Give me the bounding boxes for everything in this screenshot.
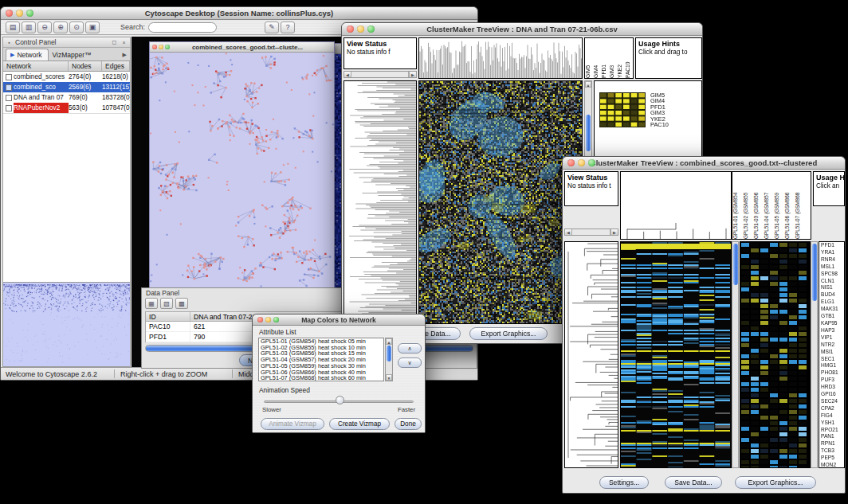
frame-close-button[interactable] [152, 45, 157, 49]
minimize-button[interactable] [265, 317, 271, 322]
experiment-column-label[interactable]: GPL51-07 (GSM868 [795, 172, 805, 239]
tab-network[interactable]: ▶ Network [6, 49, 49, 61]
gene-label[interactable]: CLN1 [819, 278, 844, 285]
gene-label[interactable]: PAN1 [819, 433, 844, 440]
float-panel-icon[interactable]: ◻ [111, 39, 118, 45]
combined-column-dendrogram[interactable] [620, 171, 732, 240]
gene-label[interactable]: FIG4 [819, 412, 844, 420]
experiment-column-label[interactable]: GPL51-01 (GSM854 [732, 172, 743, 239]
minimize-button[interactable] [578, 159, 585, 166]
attribute-database-icon[interactable]: ▩ [175, 298, 188, 309]
dna-heatmap[interactable] [418, 80, 583, 324]
zoom-selected-icon[interactable]: ▣ [85, 21, 100, 33]
gene-label[interactable]: SEC24 [819, 398, 844, 405]
dna-column-label[interactable]: GIM3 [609, 38, 617, 78]
prefoldin-correlation-matrix[interactable] [599, 92, 646, 127]
tab-overflow-icon[interactable]: ▶ [123, 52, 127, 61]
gene-label[interactable]: SEC1 [819, 356, 844, 363]
move-attribute-down-button[interactable]: ∨ [398, 357, 422, 368]
dna-mini-hscrollbar[interactable]: ◀▶ [344, 71, 417, 78]
frame-minimize-button[interactable] [159, 45, 163, 49]
gene-label[interactable]: YSH1 [819, 420, 844, 427]
experiment-column-label[interactable]: GPL51-06 (GSM866 [784, 172, 795, 239]
experiment-column-label[interactable]: GPL51-04 (GSM857 [764, 172, 774, 239]
dna-column-label[interactable]: PAC10 [625, 38, 633, 78]
experiment-column-label[interactable]: GPL51-05 (GSM859 [774, 172, 784, 239]
combined-action-button[interactable]: Save Data... [665, 476, 722, 489]
gene-label[interactable]: MSI1 [819, 349, 844, 356]
gene-label[interactable]: PUF3 [819, 377, 844, 384]
select-attributes-icon[interactable]: ▧ [160, 298, 173, 309]
gene-label[interactable]: ELG1 [819, 299, 844, 306]
tab-vizmapper[interactable]: VizMapper™ [49, 49, 97, 61]
gene-label[interactable]: GTB1 [819, 313, 844, 320]
network-view-canvas[interactable] [150, 53, 334, 292]
network-list-row[interactable]: RNAPuberNov2 563(0) 107847(0) [3, 103, 130, 113]
zoom-out-icon[interactable]: ⊖ [37, 21, 52, 33]
attribute-list-scrollbar[interactable]: ▲ ▼ [385, 338, 393, 381]
close-panel-icon[interactable]: × [120, 40, 128, 45]
minimize-button[interactable] [16, 10, 23, 17]
dna-column-label[interactable]: GIM5 [585, 38, 593, 78]
gene-label[interactable]: HMG1 [819, 362, 844, 369]
annotation-icon[interactable]: ✎ [265, 21, 279, 33]
dna-title-bar[interactable]: ClusterMaker TreeView : DNA and Tran 07-… [342, 23, 702, 36]
network-view-frame-1[interactable]: combined_scores_good.txt--cluste... [149, 41, 335, 293]
dna-column-label[interactable]: PFD1 [601, 38, 609, 78]
gene-label[interactable]: TCB3 [819, 447, 844, 455]
gene-label[interactable]: NTR2 [819, 342, 844, 349]
close-button[interactable] [567, 159, 575, 166]
dialog-action-button[interactable]: Animate Vizmap [261, 418, 324, 430]
gene-label[interactable]: GPI16 [819, 391, 844, 398]
gene-label[interactable]: MSL1 [819, 264, 844, 271]
combined-vscrollbar-1[interactable] [732, 241, 739, 468]
help-icon[interactable]: ? [281, 21, 295, 33]
save-session-icon[interactable]: ▥ [22, 21, 36, 33]
combined-zoom-heatmap[interactable] [740, 241, 811, 468]
attribute-table-icon[interactable]: ▦ [145, 298, 158, 309]
zoom-button[interactable] [26, 10, 33, 17]
attribute-list-item[interactable]: GPL51-07 (GSM868) heat shock 60 min [259, 375, 383, 381]
dna-column-label[interactable]: GIM4 [593, 38, 601, 78]
combined-vscrollbar-2[interactable] [811, 241, 818, 468]
gene-label[interactable]: YRA1 [819, 249, 844, 256]
main-title-bar[interactable]: Cytoscape Desktop (Session Name: collins… [1, 7, 477, 20]
network-list-row[interactable]: combined_sco 2569(6) 13112(15) [3, 82, 130, 92]
experiment-column-label[interactable]: GPL51-02 (GSM855 [743, 172, 753, 239]
dna-column-label[interactable]: YKE2 [617, 38, 625, 78]
matrix-gene-label[interactable]: PAC10 [650, 122, 669, 127]
gene-label[interactable]: CPA2 [819, 405, 844, 412]
close-button[interactable] [347, 25, 354, 33]
animation-speed-slider-thumb[interactable] [336, 396, 344, 404]
gene-label[interactable]: RNR4 [819, 256, 844, 264]
combined-row-dendrogram[interactable] [564, 241, 618, 468]
attribute-column-id[interactable]: ID [146, 312, 190, 321]
open-session-icon[interactable]: ▤ [6, 21, 20, 33]
gene-label[interactable]: PEP5 [819, 455, 844, 462]
gene-label[interactable]: NIS1 [819, 284, 844, 291]
dna-action-button[interactable]: Export Graphics... [469, 327, 548, 340]
dna-column-dendrogram[interactable] [418, 37, 583, 79]
gene-label[interactable]: HAP3 [819, 327, 844, 334]
close-button[interactable] [257, 317, 263, 322]
search-input[interactable] [148, 22, 217, 33]
combined-mini-hscrollbar[interactable]: ◀▶ [564, 229, 618, 236]
zoom-in-icon[interactable]: ⊕ [53, 21, 68, 33]
network-overview-thumbnail[interactable] [3, 282, 130, 366]
close-button[interactable] [6, 10, 13, 17]
gene-label[interactable]: MON2 [819, 462, 844, 468]
zoom-fit-icon[interactable]: ⊙ [69, 21, 84, 33]
dialog-action-button[interactable]: Create Vizmap [329, 418, 390, 430]
gene-label[interactable]: KAP95 [819, 320, 844, 327]
gene-label[interactable]: MAK31 [819, 306, 844, 313]
zoom-button[interactable] [273, 317, 279, 322]
network-list-row[interactable]: DNA and Tran 07 769(0) 183728(0) [3, 92, 130, 103]
gene-label[interactable]: HRD3 [819, 384, 844, 391]
gene-label[interactable]: SPC98 [819, 271, 844, 278]
dna-row-dendrogram[interactable] [344, 80, 417, 324]
experiment-column-label[interactable]: GPL51-03 (GSM856 [753, 172, 764, 239]
combined-action-button[interactable]: Export Graphics... [735, 476, 816, 489]
gene-label[interactable]: BUD4 [819, 291, 844, 299]
network-list-row[interactable]: combined_scores 2764(0) 16218(0) [3, 72, 130, 82]
combined-title-bar[interactable]: ClusterMaker TreeView : combined_scores_… [563, 157, 845, 170]
